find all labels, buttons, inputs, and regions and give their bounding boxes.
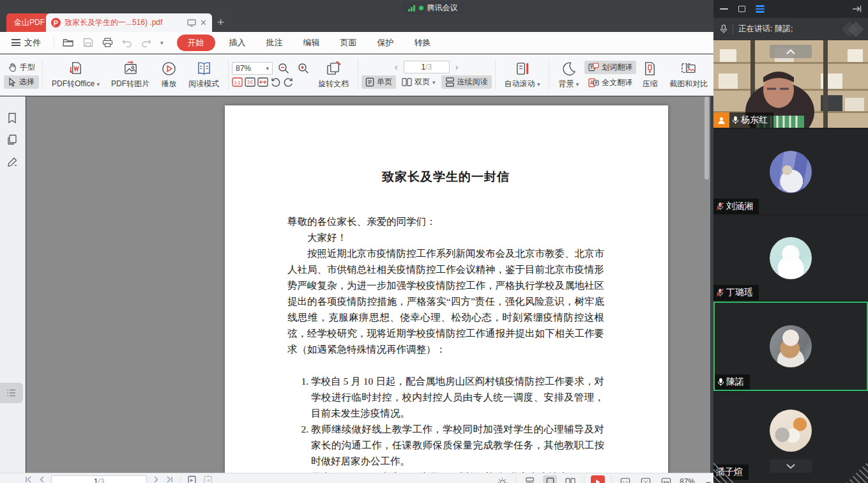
fit-page-icon[interactable] — [245, 77, 255, 88]
word-translate-button[interactable]: 划词翻译 — [584, 61, 636, 74]
menu-tab-protect[interactable]: 保护 — [367, 34, 404, 51]
file-menu[interactable]: 文件 — [0, 37, 50, 49]
menu-tab-comment[interactable]: 批注 — [256, 34, 293, 51]
menu-tab-insert[interactable]: 插入 — [219, 34, 256, 51]
bookmark-icon[interactable] — [7, 112, 17, 124]
next-page-icon[interactable] — [153, 475, 159, 483]
statusbar-page-input[interactable]: 1 /3 — [51, 475, 147, 483]
vertical-scrollbar[interactable] — [704, 96, 709, 180]
participant-tile[interactable]: 刘涵湘 — [713, 129, 868, 214]
meeting-status-pill[interactable]: 腾讯会议 — [401, 1, 465, 15]
full-translate-button[interactable]: 全文翻译 — [584, 76, 636, 89]
zoom-level-select[interactable]: 87% ▾ — [232, 62, 273, 75]
menu-tab-home[interactable]: 开始 — [177, 34, 215, 51]
rotate-right-icon[interactable] — [283, 77, 294, 88]
compress-icon — [642, 61, 658, 77]
chevron-down-icon — [786, 464, 795, 469]
document-list-item: 教师继续做好线上教学工作，学校同时加强对学生的心理辅导及对家长的沟通工作，任课教… — [311, 421, 604, 469]
fit-width-icon[interactable] — [257, 77, 268, 88]
document-list: 学校自 5 月 10 日起，配合属地房山区阎村镇疫情防控工作要求，对学校进行临时… — [287, 373, 604, 473]
document-canvas[interactable]: 致家长及学生的一封信 尊敬的各位家长、亲爱的同学们： 大家好！ 按照近期北京市疫… — [26, 96, 710, 473]
participant-tile-video[interactable]: 杨东红 — [713, 40, 868, 128]
menu-tab-edit[interactable]: 编辑 — [293, 34, 330, 51]
quickbar-dropdown-icon[interactable]: ▾ — [156, 40, 168, 46]
pdf-to-office-label: PDF转Office — [52, 79, 95, 88]
expand-panel-button[interactable] — [770, 459, 812, 473]
sb-play-button[interactable] — [591, 475, 605, 483]
continuous-read-label: 连续阅读 — [457, 77, 488, 88]
document-title: 致家长及学生的一封信 — [287, 169, 604, 185]
rotate-left-icon[interactable] — [270, 77, 281, 88]
pdf-app-window: 金山PDF P 致家长及学生的一...516) .pdf ✕ + 文件 — [0, 0, 713, 483]
single-page-button[interactable]: 单页 — [362, 75, 396, 89]
pdf-to-office-button[interactable]: PDF转Office ▾ — [46, 57, 105, 93]
tab-document[interactable]: P 致家长及学生的一...516) .pdf ✕ — [46, 13, 212, 32]
sb-fit-width-icon[interactable] — [659, 475, 673, 483]
actual-size-icon[interactable]: 1:1 — [232, 77, 243, 88]
previous-page-icon[interactable]: ‹ — [391, 62, 402, 72]
collapse-panel-button[interactable] — [770, 45, 812, 58]
pdf-to-image-button[interactable]: PDF转图片 — [105, 57, 155, 93]
menu-tab-convert[interactable]: 转换 — [404, 34, 441, 51]
participant-tile-speaking[interactable]: 陳諾 — [713, 302, 868, 391]
next-page-icon[interactable]: › — [452, 62, 462, 72]
sb-zoom-out-icon[interactable]: − — [701, 475, 713, 483]
last-page-icon[interactable] — [165, 475, 174, 483]
participant-tile[interactable]: 丁璐瑶 — [713, 215, 868, 300]
save-icon[interactable] — [79, 38, 98, 47]
page-thumbnails-icon[interactable] — [7, 134, 17, 145]
minimize-icon[interactable] — [720, 8, 728, 10]
screenshot-compare-button[interactable]: 截图和对比 — [664, 57, 713, 93]
pdf-page: 致家长及学生的一封信 尊敬的各位家长、亲爱的同学们： 大家好！ 按照近期北京市疫… — [225, 105, 668, 473]
menu-tab-page[interactable]: 页面 — [330, 34, 367, 51]
annotation-pen-icon[interactable] — [7, 157, 18, 167]
auto-scroll-button[interactable]: 自动滚动 ▾ — [499, 57, 546, 93]
prev-page-icon[interactable] — [39, 475, 45, 483]
rotate-document-button[interactable]: 旋转文档 — [312, 57, 354, 93]
compress-label: 压缩 — [643, 79, 658, 89]
zoom-out-icon[interactable] — [275, 63, 293, 74]
full-translate-icon — [588, 78, 599, 88]
new-tab-button[interactable]: + — [217, 15, 224, 29]
select-tool-button[interactable]: 选择 — [4, 75, 39, 89]
participant-name: 杨东红 — [741, 114, 768, 126]
sb-zoom-value: 87% — [680, 475, 695, 483]
sb-continuous-icon[interactable] — [522, 475, 537, 483]
outline-panel-handle[interactable] — [0, 383, 23, 403]
hand-tool-button[interactable]: 手型 — [4, 61, 39, 74]
resize-handle[interactable] — [846, 461, 868, 483]
background-button[interactable]: 背景 ▾ — [552, 57, 584, 93]
exit-panel-icon[interactable] — [852, 5, 862, 13]
menu-bar: 文件 ▾ 开始 插入 批注 编辑 页 — [0, 32, 713, 54]
statusbar-page-current: 1 — [94, 477, 98, 483]
previous-view-icon[interactable] — [187, 475, 197, 483]
layout-menu-icon[interactable] — [756, 4, 765, 14]
redo-icon[interactable] — [137, 38, 156, 47]
participant-name: 刘涵湘 — [726, 201, 753, 212]
maximize-icon[interactable] — [738, 6, 745, 12]
undo-icon[interactable] — [118, 38, 137, 47]
sb-single-page-icon[interactable] — [543, 475, 557, 483]
first-page-icon[interactable] — [24, 475, 33, 483]
auto-scroll-icon — [514, 61, 530, 77]
participant-name: 丁璐瑶 — [726, 287, 753, 298]
sb-fit-page-icon[interactable] — [639, 475, 653, 483]
next-view-icon[interactable] — [203, 475, 213, 483]
compress-button[interactable]: 压缩 — [636, 57, 664, 93]
print-icon[interactable] — [98, 38, 118, 47]
play-button[interactable]: 播放 — [155, 57, 183, 93]
meeting-panel: 正在讲话: 陳諾; — [713, 0, 868, 483]
continuous-read-button[interactable]: 连续阅读 — [441, 75, 492, 89]
zoom-in-icon[interactable] — [294, 63, 312, 74]
menu-tabs: 开始 插入 批注 编辑 页面 保护 转换 — [177, 34, 441, 51]
participant-tile[interactable]: 潘子煊 — [713, 392, 868, 483]
double-page-button[interactable]: 双页 ▾ — [398, 75, 439, 89]
sb-actual-size-icon[interactable]: 1:1 — [618, 475, 632, 483]
tab-monitor-icon[interactable] — [187, 19, 196, 27]
read-mode-button[interactable]: 阅读模式 — [183, 57, 225, 93]
tab-close-icon[interactable]: ✕ — [200, 18, 207, 27]
open-folder-icon[interactable] — [58, 38, 79, 47]
page-number-input[interactable]: 1/3 — [404, 61, 450, 73]
eye-protect-icon[interactable] — [495, 475, 509, 483]
sb-double-page-icon[interactable] — [563, 475, 577, 483]
